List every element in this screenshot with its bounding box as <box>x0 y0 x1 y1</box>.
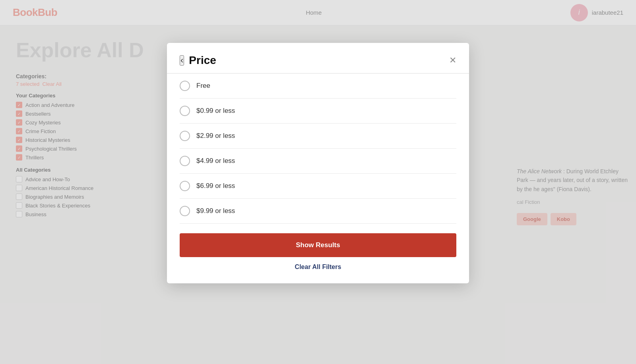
show-results-button[interactable]: Show Results <box>180 233 456 257</box>
radio-button[interactable] <box>180 106 190 116</box>
price-option-699[interactable]: $6.99 or less <box>180 174 456 199</box>
radio-button[interactable] <box>180 81 190 91</box>
price-option-099[interactable]: $0.99 or less <box>180 99 456 124</box>
modal-close-button[interactable]: ✕ <box>449 56 456 65</box>
radio-button[interactable] <box>180 156 190 166</box>
price-option-999[interactable]: $9.99 or less <box>180 199 456 224</box>
modal-header: ‹ Price ✕ <box>167 43 469 74</box>
modal-actions: Show Results Clear All Filters <box>167 224 469 271</box>
price-label: $6.99 or less <box>196 182 235 190</box>
price-label: Free <box>196 82 210 90</box>
price-label: $0.99 or less <box>196 107 235 115</box>
price-label: $4.99 or less <box>196 157 235 165</box>
price-options-list: Free$0.99 or less$2.99 or less$4.99 or l… <box>167 74 469 224</box>
price-label: $9.99 or less <box>196 207 235 215</box>
clear-filters-button[interactable]: Clear All Filters <box>180 263 456 271</box>
radio-button[interactable] <box>180 181 190 191</box>
price-label: $2.99 or less <box>196 132 235 140</box>
price-option-299[interactable]: $2.99 or less <box>180 124 456 149</box>
radio-button[interactable] <box>180 206 190 216</box>
radio-button[interactable] <box>180 131 190 141</box>
price-option-499[interactable]: $4.99 or less <box>180 149 456 174</box>
price-modal: ‹ Price ✕ Free$0.99 or less$2.99 or less… <box>167 43 469 283</box>
price-option-free[interactable]: Free <box>180 74 456 99</box>
modal-back-button[interactable]: ‹ <box>180 55 184 66</box>
modal-title: Price <box>189 54 449 67</box>
